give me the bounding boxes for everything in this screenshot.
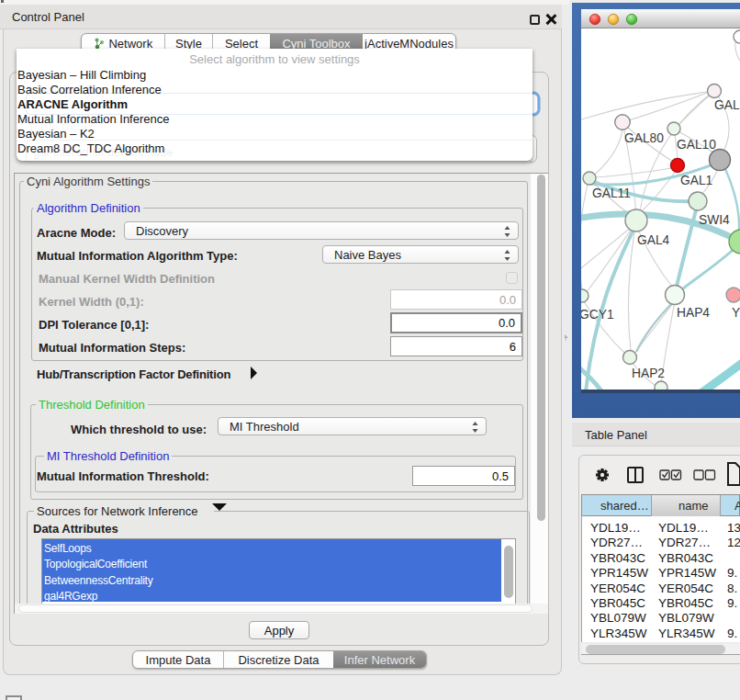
svg-text:GAL11: GAL11 xyxy=(592,186,631,200)
svg-text:GAL80: GAL80 xyxy=(624,131,664,145)
svg-text:GAL10: GAL10 xyxy=(677,138,716,152)
svg-text:GAL4: GAL4 xyxy=(637,233,670,247)
svg-text:GCY1: GCY1 xyxy=(581,308,614,322)
svg-text:HAP4: HAP4 xyxy=(677,306,710,320)
svg-text:GAL7: GAL7 xyxy=(714,98,740,112)
svg-text:SWI4: SWI4 xyxy=(699,213,730,227)
svg-text:HAP2: HAP2 xyxy=(632,367,665,380)
svg-text:GAL1: GAL1 xyxy=(680,174,712,187)
svg-text:Y: Y xyxy=(732,306,740,320)
